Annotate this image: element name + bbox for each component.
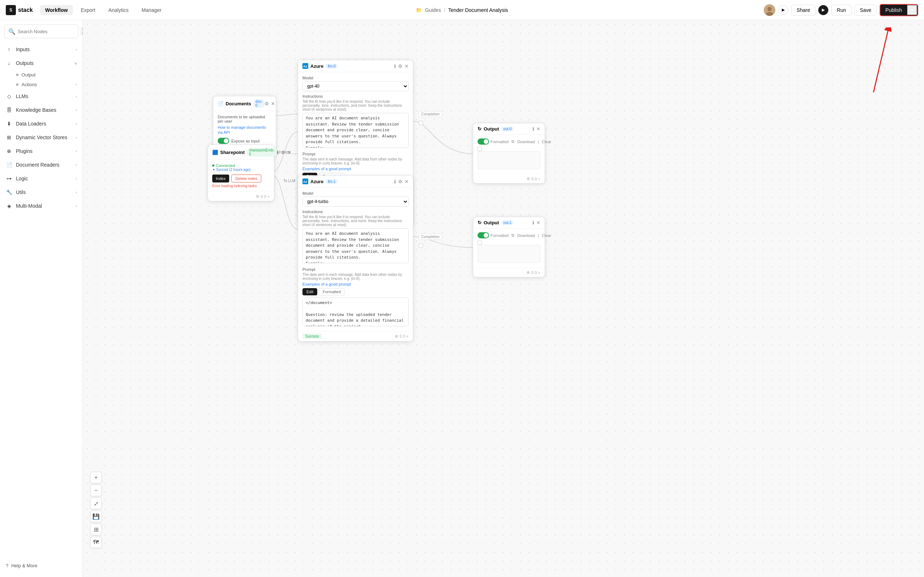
zoom-in-button[interactable]: +: [90, 472, 102, 483]
sidebar-item-logic[interactable]: ⊶ Logic ›: [0, 172, 82, 185]
workflow-canvas[interactable]: Input query To LLM 📄 Documents doc-0 ⚙ ✕…: [83, 20, 924, 577]
output-0-info-icon[interactable]: ℹ: [532, 126, 534, 132]
help-more-footer[interactable]: ? Help & More: [0, 559, 82, 573]
output-0-add-icon[interactable]: ⊕: [527, 176, 530, 181]
sidebar-item-dynamic-vector[interactable]: ⊞ Dynamic Vector Stores ›: [0, 131, 82, 144]
sharepoint-settings-icon[interactable]: ⚙: [281, 150, 285, 155]
minimap-button[interactable]: 🗺: [90, 537, 102, 548]
breadcrumb-parent[interactable]: Guides: [425, 7, 441, 13]
sidebar-label-llms: LLMs: [16, 93, 28, 99]
azure-0-instructions-input[interactable]: You are an AI document analysis assistan…: [302, 113, 409, 148]
publish-main-button[interactable]: Publish: [880, 5, 907, 15]
documents-api-link[interactable]: How to manage documents via API: [218, 125, 266, 134]
azure-1-model-select[interactable]: gpt-4-turbo: [302, 197, 409, 206]
save-view-button[interactable]: 💾: [90, 511, 102, 522]
run-button[interactable]: Run: [831, 5, 851, 16]
azure-1-body: Model gpt-4-turbo Instructions Tell the …: [298, 187, 413, 331]
sharepoint-add-icon[interactable]: ⊕: [256, 194, 259, 199]
sidebar-item-plugins[interactable]: ⊕ Plugins ›: [0, 144, 82, 158]
play-icon-button[interactable]: ▶: [778, 5, 788, 15]
sidebar-item-document-readers[interactable]: 📄 Document Readers ›: [0, 158, 82, 172]
azure-0-badge: llm-0: [326, 64, 338, 69]
share-button[interactable]: Share: [791, 5, 815, 16]
sharepoint-status: Connected: [212, 163, 270, 168]
output-1-controls: ℹ ✕: [532, 220, 540, 226]
sharepoint-close-icon[interactable]: ✕: [287, 150, 291, 155]
output-1-formatted-toggle[interactable]: [478, 232, 489, 239]
publish-dropdown-button[interactable]: ▾: [907, 5, 918, 16]
output-1-check[interactable]: [478, 240, 482, 245]
output-1-download-label[interactable]: Download: [517, 233, 535, 238]
sharepoint-info-icon[interactable]: ℹ: [277, 150, 279, 155]
azure-node-1: Az Azure llm-1 ℹ ⚙ ✕ Model gpt-4-turbo I…: [298, 175, 413, 342]
nav-tab-manager[interactable]: Manager: [136, 5, 166, 15]
completion-checkbox-0[interactable]: [419, 121, 423, 125]
delete-index-button[interactable]: Delete index: [231, 174, 261, 182]
expose-toggle[interactable]: [218, 138, 229, 144]
zoom-out-button[interactable]: −: [90, 485, 102, 496]
output-0-close-icon[interactable]: ✕: [536, 126, 540, 132]
completion-label-0: Completion: [419, 111, 442, 117]
sidebar-item-multi-modal[interactable]: ◈ Multi-Modal ›: [0, 199, 82, 213]
sidebar-item-data-loaders[interactable]: ⬇ Data Loaders ›: [0, 117, 82, 131]
azure-1-close-icon[interactable]: ✕: [405, 179, 409, 184]
output-0-formatted-toggle[interactable]: [478, 139, 489, 145]
sidebar-item-inputs[interactable]: ↑ Inputs ›: [0, 43, 82, 56]
azure-1-formatted-tab[interactable]: Formatted: [319, 288, 345, 295]
sidebar-item-utils[interactable]: 🔧 Utils ›: [0, 185, 82, 199]
grid-toggle-button[interactable]: ⊞: [90, 524, 102, 535]
utils-icon: 🔧: [6, 189, 12, 195]
azure-0-model-select[interactable]: gpt-40: [302, 81, 409, 91]
folder-icon: 📁: [416, 7, 422, 13]
output-0-copy-icon[interactable]: ⧉: [512, 139, 514, 144]
azure-1-edit-tab[interactable]: Edit: [302, 288, 317, 295]
documents-close-icon[interactable]: ✕: [271, 101, 275, 106]
azure-0-info-icon[interactable]: ℹ: [394, 63, 396, 69]
output-1-textarea[interactable]: [478, 245, 540, 263]
save-button[interactable]: Save: [855, 5, 877, 16]
azure-0-settings-icon[interactable]: ⚙: [398, 63, 402, 69]
azure-1-settings-icon[interactable]: ⚙: [398, 179, 402, 184]
red-arrow-indicator: [787, 27, 895, 100]
run-play-button[interactable]: ▶: [818, 5, 828, 15]
azure-1-examples-link[interactable]: Examples of a good prompt: [302, 282, 351, 286]
output-1-close-icon[interactable]: ✕: [536, 220, 540, 226]
azure-1-info-icon[interactable]: ℹ: [394, 179, 396, 184]
azure-0-examples-link[interactable]: Examples of a good prompt: [302, 167, 351, 171]
output-1-add-icon[interactable]: ⊕: [527, 270, 530, 275]
svg-text:Az: Az: [303, 180, 307, 184]
sidebar-subitem-output[interactable]: ≡ Output: [0, 70, 82, 80]
output-0-clear-label[interactable]: Clear: [542, 140, 551, 144]
sidebar-subitem-actions[interactable]: ≡ Actions ›: [0, 80, 82, 89]
azure-0-header: Az Azure llm-0 ℹ ⚙ ✕: [298, 60, 413, 72]
nav-tab-workflow[interactable]: Workflow: [40, 5, 73, 15]
output-1-info-icon[interactable]: ℹ: [532, 220, 534, 226]
output-1-body: Formatted ⧉ Download | Clear: [473, 229, 544, 268]
user-avatar[interactable]: [764, 4, 775, 16]
output-0-check[interactable]: [478, 147, 482, 151]
output-1-clear-label[interactable]: Clear: [542, 233, 551, 238]
output-0-refresh-icon: ↻: [478, 126, 481, 132]
help-label: Help & More: [11, 563, 37, 568]
sidebar-item-knowledge-bases[interactable]: 🗄 Knowledge Bases ›: [0, 103, 82, 117]
azure-0-close-icon[interactable]: ✕: [405, 63, 409, 69]
output-1-copy-icon[interactable]: ⧉: [512, 233, 514, 238]
azure-1-instructions-input[interactable]: You are an AI document analysis assistan…: [302, 228, 409, 263]
completion-checkbox-1[interactable]: [419, 243, 423, 248]
completion-checkbox-row-0: [419, 121, 442, 125]
output-0-footer: ⊕ 0 0 +: [473, 174, 544, 183]
plugins-chevron: ›: [76, 149, 77, 153]
azure-1-prompt-input[interactable]: </document> Question: review the uploade…: [302, 298, 409, 326]
index-button[interactable]: Index: [212, 174, 229, 182]
search-input[interactable]: [18, 29, 78, 34]
nav-tab-export[interactable]: Export: [76, 5, 100, 15]
sidebar-item-outputs[interactable]: ↓ Outputs ∨: [0, 56, 82, 70]
nav-tab-analytics[interactable]: Analytics: [103, 5, 134, 15]
sidebar-item-llms[interactable]: ◇ LLMs ›: [0, 89, 82, 103]
fit-screen-button[interactable]: ⤢: [90, 498, 102, 509]
output-0-textarea[interactable]: [478, 151, 540, 169]
output-0-download-label[interactable]: Download: [517, 140, 535, 144]
documents-settings-icon[interactable]: ⚙: [265, 101, 269, 106]
completion-connector-1: Completion: [419, 233, 442, 248]
azure-1-add-icon[interactable]: ⊕: [395, 334, 398, 338]
